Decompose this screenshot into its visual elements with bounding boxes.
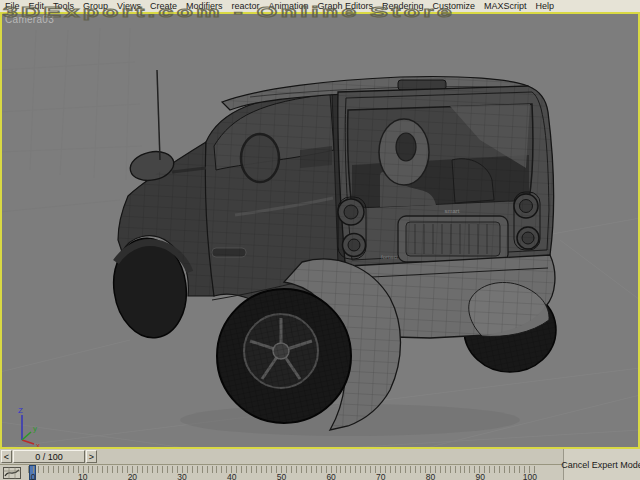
- menu-item[interactable]: Views: [117, 1, 141, 11]
- scene-canvas: smart fortwo: [2, 14, 638, 447]
- car-model[interactable]: smart fortwo: [100, 60, 570, 440]
- next-frame-button[interactable]: >: [86, 450, 97, 463]
- track-tick-labels: 0102030405060708090100: [24, 472, 539, 480]
- tick-label: 80: [422, 472, 440, 480]
- tick-label: 60: [322, 472, 340, 480]
- axis-x-label: x: [36, 441, 40, 447]
- menu-item[interactable]: Help: [536, 1, 555, 11]
- menu-bar: FileEditToolsGroupViewsCreateModifiersre…: [0, 0, 640, 12]
- cancel-expert-mode-button[interactable]: Cancel Expert Mode: [563, 449, 640, 480]
- bottom-bar: < 0 / 100 > 0102030405060708090100 Cance…: [0, 449, 640, 480]
- menu-item[interactable]: Animation: [268, 1, 308, 11]
- axis-y-label: y: [33, 424, 37, 433]
- home-grid-faint: [2, 28, 142, 212]
- menu-item[interactable]: Edit: [29, 1, 45, 11]
- tick-label: 20: [123, 472, 141, 480]
- menu-item[interactable]: Group: [83, 1, 108, 11]
- menu-item[interactable]: Tools: [53, 1, 74, 11]
- menu-item[interactable]: reactor: [231, 1, 259, 11]
- tick-label: 70: [372, 472, 390, 480]
- menu-item[interactable]: Graph Editors: [318, 1, 374, 11]
- menu-item[interactable]: Customize: [433, 1, 476, 11]
- menu-item[interactable]: MAXScript: [484, 1, 527, 11]
- menu-item[interactable]: Rendering: [382, 1, 424, 11]
- previous-frame-button[interactable]: <: [1, 450, 12, 463]
- tick-label: 30: [173, 472, 191, 480]
- axis-z-label: Z: [18, 406, 23, 415]
- tick-label: 40: [223, 472, 241, 480]
- time-slider-thumb[interactable]: 0 / 100: [13, 450, 85, 463]
- menu-item[interactable]: Create: [150, 1, 177, 11]
- application-window: FileEditToolsGroupViewsCreateModifiersre…: [0, 0, 640, 480]
- viewport-label[interactable]: Camera03: [5, 14, 54, 25]
- tick-label: 90: [471, 472, 489, 480]
- mini-curve-editor-icon[interactable]: [3, 467, 21, 479]
- menu-item[interactable]: File: [5, 1, 20, 11]
- track-bar[interactable]: 0102030405060708090100: [0, 464, 640, 480]
- camera-viewport[interactable]: smart fortwo: [0, 12, 640, 449]
- tick-label: 50: [272, 472, 290, 480]
- menu-item[interactable]: Modifiers: [186, 1, 223, 11]
- tick-label: 10: [74, 472, 92, 480]
- tick-label: 100: [521, 472, 539, 480]
- tick-label: 0: [24, 472, 42, 480]
